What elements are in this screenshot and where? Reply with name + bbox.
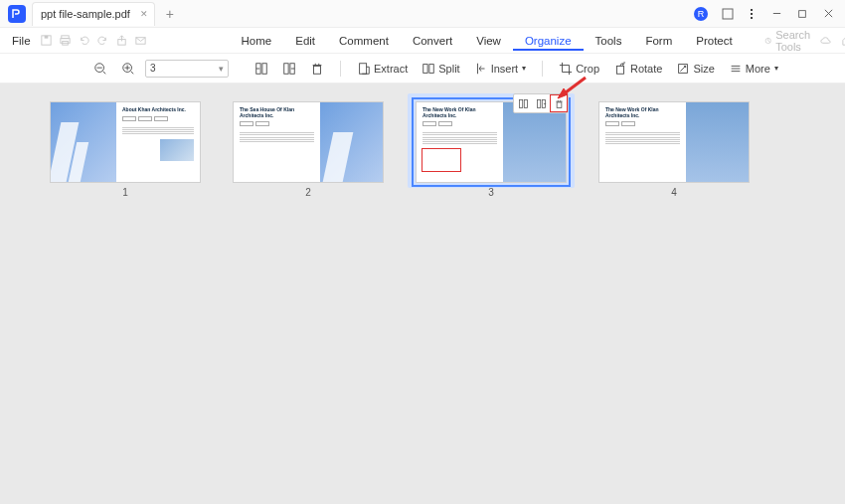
- svg-line-15: [103, 71, 106, 74]
- menu-protect[interactable]: Protect: [684, 31, 744, 51]
- save-icon[interactable]: [40, 33, 53, 49]
- page-number-label: 2: [305, 187, 311, 198]
- zoom-in-button[interactable]: [117, 60, 139, 78]
- menu-view[interactable]: View: [464, 31, 513, 51]
- delete-page-button[interactable]: [306, 60, 328, 78]
- more-button[interactable]: More▾: [725, 60, 782, 78]
- svg-rect-32: [617, 66, 624, 74]
- print-icon[interactable]: [59, 33, 72, 49]
- undo-icon[interactable]: [78, 33, 90, 49]
- document-tab[interactable]: ppt file-sample.pdf ✕: [32, 2, 155, 26]
- user-avatar[interactable]: R: [694, 7, 708, 21]
- svg-line-18: [131, 71, 134, 74]
- menu-comment[interactable]: Comment: [327, 31, 401, 51]
- search-tools[interactable]: Search Tools: [764, 29, 815, 53]
- svg-rect-7: [44, 36, 48, 39]
- menu-convert[interactable]: Convert: [401, 31, 464, 51]
- close-tab-icon[interactable]: ✕: [140, 9, 148, 19]
- size-button[interactable]: Size: [672, 60, 718, 78]
- page-thumbnail-2[interactable]: The Sea House Of Klan Architects Inc. 2: [233, 101, 384, 198]
- file-menu[interactable]: File: [6, 35, 37, 47]
- thumb-title: About Khan Architects Inc.: [122, 107, 194, 113]
- menu-bar: File Home Edit Comment Convert View Orga…: [0, 28, 845, 54]
- svg-rect-39: [537, 99, 540, 107]
- email-icon[interactable]: [134, 33, 147, 49]
- split-button[interactable]: Split: [418, 60, 463, 78]
- svg-point-2: [751, 13, 753, 15]
- annotation-arrow: [556, 76, 588, 103]
- new-tab-button[interactable]: +: [161, 6, 179, 22]
- zoom-out-button[interactable]: [89, 60, 111, 78]
- highlight-annotation: [422, 148, 461, 172]
- main-menu: Home Edit Comment Convert View Organize …: [230, 31, 745, 51]
- minimize-button[interactable]: [768, 7, 784, 21]
- page-number-input[interactable]: 3: [145, 60, 229, 78]
- crop-button[interactable]: Crop: [555, 60, 603, 78]
- page-number-label: 1: [122, 187, 128, 198]
- separator: [542, 61, 543, 77]
- redo-icon[interactable]: [96, 33, 109, 49]
- home-icon[interactable]: [840, 33, 845, 49]
- menu-form[interactable]: Form: [633, 31, 684, 51]
- page-thumbnail-3[interactable]: The New Work Of Klan Architects Inc. 3: [416, 101, 567, 198]
- quick-insert-left-icon[interactable]: [514, 94, 532, 112]
- svg-rect-0: [723, 9, 733, 19]
- separator: [340, 61, 341, 77]
- page-number-label: 3: [488, 187, 494, 198]
- search-placeholder: Search Tools: [775, 29, 814, 53]
- insert-button[interactable]: Insert▾: [470, 60, 531, 78]
- quick-insert-right-icon[interactable]: [532, 94, 550, 112]
- close-window-button[interactable]: [820, 7, 836, 21]
- split-left-icon[interactable]: [251, 60, 272, 78]
- svg-point-1: [751, 9, 753, 11]
- svg-rect-30: [423, 64, 427, 73]
- tab-label: ppt file-sample.pdf: [41, 8, 130, 20]
- svg-rect-5: [799, 10, 806, 17]
- svg-rect-22: [262, 63, 266, 74]
- extract-button[interactable]: Extract: [353, 60, 412, 78]
- menu-tools[interactable]: Tools: [584, 31, 634, 51]
- menu-organize[interactable]: Organize: [513, 31, 584, 51]
- menu-edit[interactable]: Edit: [283, 31, 327, 51]
- split-right-icon[interactable]: [278, 60, 300, 78]
- page-thumbnail-1[interactable]: About Khan Architects Inc. 1: [50, 101, 201, 198]
- svg-rect-37: [519, 99, 522, 107]
- cloud-icon[interactable]: [818, 33, 834, 49]
- kebab-menu-icon[interactable]: [745, 7, 759, 21]
- rotate-button[interactable]: Rotate: [609, 60, 666, 78]
- maximize-button[interactable]: [794, 7, 810, 21]
- thumb-title: The Sea House Of Klan Architects Inc.: [240, 107, 314, 118]
- page-thumbnail-4[interactable]: The New Work Of Klan Architects Inc. 4: [598, 101, 750, 198]
- app-icon: [8, 5, 26, 23]
- menu-home[interactable]: Home: [230, 31, 284, 51]
- window-detach-icon[interactable]: [721, 7, 735, 21]
- svg-point-3: [751, 17, 753, 19]
- page-number-label: 4: [671, 187, 677, 198]
- svg-rect-23: [284, 63, 288, 74]
- svg-rect-38: [524, 99, 527, 107]
- thumb-title: The New Work Of Klan Architects Inc.: [605, 107, 680, 118]
- share-icon[interactable]: [115, 33, 128, 49]
- title-bar: ppt file-sample.pdf ✕ + R: [0, 0, 845, 28]
- organize-toolbar: 3 Extract Split Insert▾ Crop Rotate Size…: [0, 54, 845, 84]
- svg-rect-25: [314, 66, 321, 74]
- svg-rect-31: [429, 64, 433, 73]
- svg-rect-29: [360, 63, 367, 74]
- thumb-title: The New Work Of Klan Architects Inc.: [422, 107, 497, 118]
- page-thumbnails-canvas: About Khan Architects Inc. 1 The Sea Hou…: [0, 84, 845, 504]
